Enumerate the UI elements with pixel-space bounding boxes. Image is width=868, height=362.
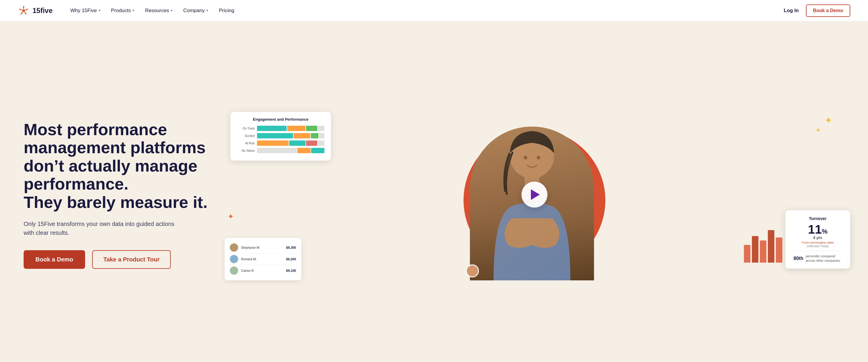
turnover-number: 11% 8 pts <box>794 223 842 240</box>
logo-text: 15five <box>32 6 53 15</box>
turnover-from: From termination date <box>794 241 842 244</box>
person-name: Stephanie M. <box>241 246 283 249</box>
hero-subheadline: Only 15Five transforms your own data int… <box>24 219 177 237</box>
chevron-icon: ▾ <box>171 8 173 12</box>
bar-seg <box>257 126 286 131</box>
data-value: $8,300 <box>286 246 296 249</box>
person-avatar-small <box>466 264 479 277</box>
table-row: Richard M. $6,200 <box>230 253 296 265</box>
chart-bars <box>257 133 324 138</box>
nav-resources[interactable]: Resources ▾ <box>145 8 173 13</box>
data-table-card: Stephanie M. $8,300 Richard M. $6,200 Ca… <box>224 238 301 280</box>
svg-line-4 <box>21 12 23 14</box>
bar-seg <box>318 140 324 146</box>
nav-links: Why 15Five ▾ Products ▾ Resources ▾ Comp… <box>70 8 784 13</box>
star-decoration-1: ✦ <box>825 115 833 126</box>
svg-point-6 <box>510 134 554 178</box>
hero-section: Most performance management platforms do… <box>0 21 868 362</box>
play-button[interactable] <box>522 182 548 207</box>
avatar <box>230 255 238 263</box>
bar-seg <box>257 148 297 153</box>
svg-point-8 <box>524 156 527 160</box>
product-tour-button[interactable]: Take a Product Tour <box>92 250 171 269</box>
turnover-card: Turnover 11% 8 pts From termination date… <box>785 210 850 269</box>
table-row: Carlos R. $9,100 <box>230 265 296 276</box>
nav-right: Log In Book a Demo <box>784 4 850 17</box>
person-name: Richard M. <box>241 257 283 261</box>
bar-seg <box>287 126 306 131</box>
star-decoration-3: ✦ <box>227 212 234 221</box>
login-button[interactable]: Log In <box>784 8 799 13</box>
chart-label: Excited <box>237 134 255 138</box>
avatar <box>230 267 238 275</box>
turnover-collected: collected Today <box>794 244 842 248</box>
engagement-card-title: Engagement and Performance <box>237 117 324 121</box>
data-value: $9,100 <box>286 269 296 272</box>
chart-bars <box>257 126 324 131</box>
svg-line-3 <box>25 12 26 14</box>
bar-seg <box>306 126 317 131</box>
turnover-percentile: 80th percentile compared across other co… <box>794 251 842 262</box>
bar-seg <box>257 140 289 146</box>
chart-label: At Risk <box>237 142 255 145</box>
percentile-text: percentile compared across other compani… <box>806 254 842 262</box>
chevron-icon: ▾ <box>99 8 100 12</box>
bar-seg <box>311 148 324 153</box>
engagement-card: Engagement and Performance On Track Exci… <box>230 112 331 161</box>
chevron-icon: ▾ <box>207 8 208 12</box>
logo[interactable]: 15five <box>18 5 53 17</box>
svg-line-5 <box>20 9 22 10</box>
bar-seg <box>297 148 311 153</box>
chart-bars <box>257 148 324 153</box>
svg-point-9 <box>537 156 540 160</box>
chart-bars <box>257 140 324 146</box>
turnover-title: Turnover <box>794 216 842 221</box>
turnover-pts: 8 pts <box>794 236 842 240</box>
avatar <box>230 243 238 252</box>
chart-row-4: No Status <box>237 148 324 153</box>
chart-row-1: On Track <box>237 126 324 131</box>
navbar: 15five Why 15Five ▾ Products ▾ Resources… <box>0 0 868 21</box>
bar <box>752 236 758 262</box>
nav-pricing[interactable]: Pricing <box>219 8 234 13</box>
data-value: $6,200 <box>286 257 296 261</box>
bar-seg <box>294 133 310 138</box>
nav-book-demo-button[interactable]: Book a Demo <box>806 4 850 17</box>
chevron-icon: ▾ <box>133 8 134 12</box>
nav-why15five[interactable]: Why 15Five ▾ <box>70 8 100 13</box>
nav-products[interactable]: Products ▾ <box>111 8 134 13</box>
hero-buttons: Book a Demo Take a Product Tour <box>24 250 213 269</box>
bar <box>744 245 750 262</box>
chart-label: No Status <box>237 149 255 152</box>
svg-point-0 <box>22 9 25 12</box>
table-row: Stephanie M. $8,300 <box>230 242 296 253</box>
mini-bar-chart <box>744 230 782 262</box>
chart-row-2: Excited <box>237 133 324 138</box>
logo-icon <box>18 5 30 17</box>
bar <box>776 238 782 262</box>
play-icon <box>531 189 540 200</box>
bar-seg <box>306 140 317 146</box>
hero-left: Most performance management platforms do… <box>24 120 224 269</box>
percentile-number: 80th <box>794 256 803 261</box>
nav-company[interactable]: Company ▾ <box>183 8 208 13</box>
star-decoration-2: ✦ <box>815 127 821 134</box>
bar-seg <box>318 126 324 131</box>
bar <box>760 241 766 262</box>
bar-seg <box>257 133 293 138</box>
bar-seg <box>319 133 324 138</box>
book-demo-button[interactable]: Book a Demo <box>24 250 85 269</box>
svg-line-2 <box>26 9 28 10</box>
chart-label: On Track <box>237 127 255 130</box>
hero-right: ✦ ✦ ✦ <box>224 109 844 280</box>
bar-seg <box>289 140 306 146</box>
person-name: Carlos R. <box>241 269 283 272</box>
chart-row-3: At Risk <box>237 140 324 146</box>
bar-seg <box>311 133 319 138</box>
hero-headline: Most performance management platforms do… <box>24 120 213 212</box>
bar <box>768 230 774 262</box>
